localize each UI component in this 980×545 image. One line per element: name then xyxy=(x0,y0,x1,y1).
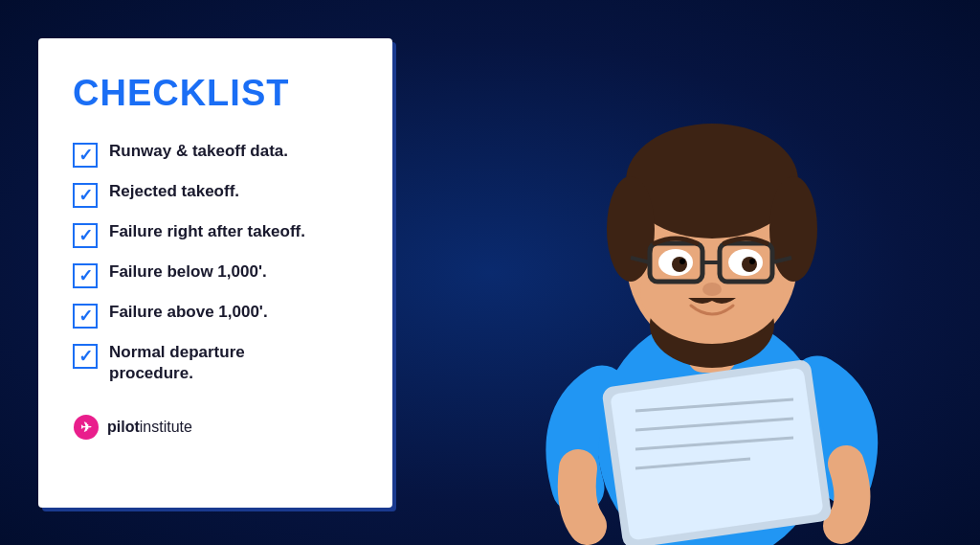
logo-text: pilotinstitute xyxy=(107,419,192,436)
checkbox: ✓ xyxy=(73,223,98,248)
checkbox: ✓ xyxy=(73,263,98,288)
list-item: ✓ Failure below 1,000'. xyxy=(73,261,358,288)
svg-point-20 xyxy=(742,257,757,272)
item-text: Rejected takeoff. xyxy=(109,181,239,203)
checkbox: ✓ xyxy=(73,304,98,329)
checklist-title: CHECKLIST xyxy=(73,73,358,114)
list-item: ✓ Rejected takeoff. xyxy=(73,181,358,208)
checkmark-icon: ✓ xyxy=(78,267,93,284)
person-svg xyxy=(463,37,961,545)
svg-text:✈: ✈ xyxy=(80,420,92,435)
checkbox: ✓ xyxy=(73,143,98,168)
logo-normal: institute xyxy=(140,419,192,435)
svg-rect-25 xyxy=(610,368,823,541)
list-item: ✓ Failure right after takeoff. xyxy=(73,221,358,248)
item-text: Failure above 1,000'. xyxy=(109,302,268,324)
list-item: ✓ Normal departureprocedure. xyxy=(73,342,358,386)
checkmark-icon: ✓ xyxy=(78,348,93,365)
list-item: ✓ Runway & takeoff data. xyxy=(73,141,358,168)
logo-bold: pilot xyxy=(107,419,140,435)
svg-point-23 xyxy=(702,283,722,296)
list-item: ✓ Failure above 1,000'. xyxy=(73,302,358,329)
checkmark-icon: ✓ xyxy=(78,147,93,164)
checkmark-icon: ✓ xyxy=(78,187,93,204)
checkbox: ✓ xyxy=(73,344,98,369)
logo: ✈ pilotinstitute xyxy=(73,414,358,441)
item-text: Failure below 1,000'. xyxy=(109,261,267,284)
checkmark-icon: ✓ xyxy=(78,307,93,325)
svg-point-7 xyxy=(769,176,817,282)
checklist-card: CHECKLIST ✓ Runway & takeoff data. ✓ Rej… xyxy=(38,38,392,508)
checkbox: ✓ xyxy=(73,183,98,208)
item-text: Normal departureprocedure. xyxy=(109,342,245,386)
svg-point-19 xyxy=(672,257,687,272)
checkmark-icon: ✓ xyxy=(78,227,93,244)
pilot-institute-icon: ✈ xyxy=(73,414,100,441)
item-text: Runway & takeoff data. xyxy=(109,141,288,163)
svg-point-22 xyxy=(749,259,755,264)
checklist-list: ✓ Runway & takeoff data. ✓ Rejected take… xyxy=(73,141,358,386)
item-text: Failure right after takeoff. xyxy=(109,221,305,243)
svg-point-21 xyxy=(679,259,685,264)
person-illustration xyxy=(444,0,980,545)
